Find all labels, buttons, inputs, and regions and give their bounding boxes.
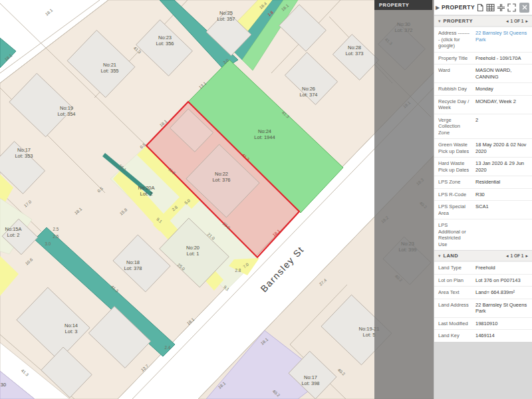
pager-next-icon[interactable]: ▸ [525, 19, 528, 24]
field-row: Property TitleFreehold - 109/170A [434, 52, 532, 65]
field-row: Hard Waste Pick up Dates13 Jan 2020 & 29… [434, 157, 532, 176]
report-icon[interactable] [476, 3, 484, 12]
lot-label: No:14Lot: 3 [65, 323, 78, 334]
field-value: 22 Barnsley St Queens Park [475, 302, 528, 315]
field-label: Address -------- (click for google) [438, 30, 475, 49]
field-value: Residential [475, 179, 528, 186]
address-link[interactable]: 22 Barnsley St Queens Park [475, 30, 528, 49]
map-tool-tab-property[interactable]: PROPERTY [374, 0, 432, 10]
field-value: 1469114 [475, 332, 528, 339]
field-row: Area TextLand= 664.839m² [434, 286, 532, 299]
field-label: Recycle Day / Week [438, 98, 475, 111]
field-row: Land Address22 Barnsley St Queens Park [434, 299, 532, 317]
field-label: Land Type [438, 265, 475, 271]
lot-label: No:26Lot: 374 [299, 86, 317, 98]
lot-label: No:21Lot: 355 [100, 62, 118, 74]
dimension-label: 2.8 [235, 268, 241, 273]
lot-label: No:19Lot: 354 [57, 105, 75, 117]
field-value: SCA1 [475, 203, 528, 216]
pager-next-icon[interactable]: ▸ [525, 253, 528, 259]
map-dim-overlay: PROPERTY [374, 0, 434, 399]
field-value: MONDAY, Week 2 [475, 98, 528, 111]
dimension-label: 3.0 [45, 241, 51, 246]
pager-prev-icon[interactable]: ◂ [506, 19, 509, 24]
field-label: Hard Waste Pick up Dates [438, 160, 475, 173]
lot-label: No:25Lot: 357 [217, 10, 235, 22]
field-row: Recycle Day / WeekMONDAY, Week 2 [434, 95, 532, 114]
field-label: Verge Collection Zone [438, 117, 475, 136]
panel-collapse-icon[interactable]: ▶ [436, 5, 442, 11]
field-row: Land Key1469114 [434, 329, 532, 342]
field-value: Freehold - 109/170A [475, 55, 528, 62]
pager-prev-icon[interactable]: ◂ [506, 253, 509, 259]
dimension-label: 2.5 [53, 227, 59, 231]
field-label: Property Title [438, 55, 475, 62]
lot-label: No:22Lot: 376 [212, 171, 230, 183]
lot-label: No:20ALot: 2 [138, 185, 154, 197]
section-header-land[interactable]: ▾LAND◂1 OF 1▸ [434, 250, 532, 261]
field-value: 19810910 [475, 321, 528, 327]
lot-label: 30 [1, 382, 6, 388]
field-row: LPS R-CodeR30 [434, 188, 532, 201]
dimension-label: 2.4 [165, 345, 171, 350]
field-value: 2 [475, 117, 528, 136]
field-row: Last Modified19810910 [434, 317, 532, 330]
field-label: Ward [438, 67, 475, 80]
field-row: WardMASON WARD, CANNING [434, 64, 532, 82]
field-label: Last Modified [438, 321, 475, 327]
map-container: No:25Lot: 357No:23Lot: 356No:30Lot: 372N… [0, 0, 436, 399]
dimension-label: 2.5 [53, 234, 59, 239]
lot-label: No:15ALot: 2 [5, 226, 21, 238]
table-icon[interactable] [486, 3, 495, 12]
field-value: Monday [475, 86, 528, 92]
field-value [475, 222, 528, 247]
field-label: LPS R-Code [438, 192, 475, 198]
field-value: MASON WARD, CANNING [475, 67, 528, 80]
field-label: Land Key [438, 332, 475, 339]
section-header-property[interactable]: ▾PROPERTY◂1 OF 1▸ [434, 15, 532, 27]
field-label: Lot on Plan [438, 277, 475, 284]
panel-header: ▶ PROPERTY [434, 0, 532, 15]
app-window: No:25Lot: 357No:23Lot: 356No:30Lot: 372N… [0, 0, 532, 399]
field-label: LPS Zone [438, 179, 475, 186]
expand-corners-icon[interactable] [507, 3, 516, 12]
field-label: Area Text [438, 289, 475, 296]
panel-title: PROPERTY [442, 4, 476, 11]
field-value: Freehold [475, 265, 528, 271]
field-label: LPS Special Area [438, 203, 475, 216]
lot-label: No:18Lot: 378 [124, 259, 142, 271]
field-row: Green Waste Pick up Dates18 May 2020 & 0… [434, 138, 532, 157]
close-icon[interactable] [519, 3, 529, 13]
field-value: Land= 664.839m² [475, 289, 528, 296]
cadastral-map[interactable]: No:25Lot: 357No:23Lot: 356No:30Lot: 372N… [0, 0, 436, 399]
pager-text: 1 OF 1 [511, 253, 524, 258]
pager-text: 1 OF 1 [511, 19, 524, 23]
field-row: Rubbish DayMonday [434, 82, 532, 95]
lot-label: No:17Lot: 398 [301, 374, 319, 386]
field-row: LPS Additional or Restricted Use [434, 219, 532, 250]
field-value: 18 May 2020 & 02 Nov 2020 [475, 142, 528, 154]
field-value: R30 [475, 192, 528, 198]
field-row: Lot on PlanLot 376 on P007143 [434, 274, 532, 287]
field-label: Rubbish Day [438, 86, 475, 92]
collapse-corners-icon[interactable] [497, 3, 505, 12]
field-label: Land Address [438, 302, 475, 315]
section-title: LAND [444, 253, 507, 259]
info-panel: ▶ PROPERTY ▾PROPERTY◂1 OF 1▸Address ----… [434, 0, 532, 399]
lot-label: No:28Lot: 373 [345, 45, 363, 57]
section-title: PROPERTY [444, 18, 507, 24]
field-row: Verge Collection Zone2 [434, 114, 532, 139]
field-value: 13 Jan 2020 & 29 Jun 2020 [475, 160, 528, 173]
lot-label: No:17Lot: 353 [15, 147, 33, 159]
lot-label: No:23Lot: 356 [156, 35, 174, 47]
field-label: Green Waste Pick up Dates [438, 142, 475, 154]
field-row: Land TypeFreehold [434, 261, 532, 274]
lot-label: No:20Lot: 1 [186, 245, 200, 257]
field-row: LPS Special AreaSCA1 [434, 200, 532, 219]
chevron-down-icon: ▾ [438, 253, 441, 259]
chevron-down-icon: ▾ [438, 19, 441, 24]
field-value: Lot 376 on P007143 [475, 277, 528, 284]
field-row: Address -------- (click for google)22 Ba… [434, 27, 532, 52]
field-row: LPS ZoneResidential [434, 176, 532, 188]
field-label: LPS Additional or Restricted Use [438, 222, 475, 247]
